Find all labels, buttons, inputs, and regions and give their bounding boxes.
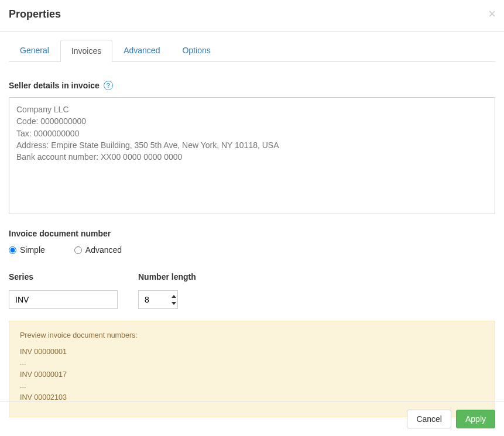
docnum-label: Invoice document number: [9, 229, 111, 238]
radio-simple-label: Simple: [20, 245, 45, 255]
radio-advanced-label: Advanced: [85, 245, 122, 255]
seller-details-label-text: Seller details in invoice: [9, 81, 100, 90]
numlen-input-wrap: [138, 290, 178, 309]
radio-advanced[interactable]: [74, 246, 82, 254]
series-input[interactable]: [9, 290, 118, 309]
seller-details-section: Seller details in invoice ?: [9, 62, 495, 216]
modal-footer: Cancel Apply: [0, 401, 504, 436]
modal-title: Properties: [9, 8, 495, 20]
tab-invoices[interactable]: Invoices: [60, 40, 112, 62]
close-icon[interactable]: ×: [488, 8, 496, 20]
tab-general[interactable]: General: [9, 39, 60, 61]
spinner-up-icon[interactable]: [170, 293, 177, 299]
numlen-col: Number length: [138, 272, 196, 309]
modal-body: General Invoices Advanced Options Seller…: [0, 32, 504, 417]
apply-button[interactable]: Apply: [456, 410, 495, 428]
series-col: Series: [9, 272, 118, 309]
docnum-mode-simple[interactable]: Simple: [9, 245, 45, 255]
radio-simple[interactable]: [9, 246, 16, 254]
preview-sep-2: ...: [20, 381, 484, 392]
preview-sep-1: ...: [20, 358, 484, 369]
modal-header: Properties ×: [0, 0, 504, 31]
spinner-down-icon[interactable]: [170, 300, 177, 306]
preview-line-1: INV 00000001: [20, 347, 484, 358]
seller-details-textarea[interactable]: [9, 97, 495, 214]
preview-line-2: INV 00000017: [20, 370, 484, 380]
tabs: General Invoices Advanced Options: [9, 39, 495, 62]
help-icon[interactable]: ?: [104, 81, 113, 90]
tabs-container: General Invoices Advanced Options: [9, 32, 495, 62]
series-label: Series: [9, 272, 118, 281]
docnum-mode-advanced[interactable]: Advanced: [74, 245, 122, 255]
preview-title-text: Preview invoice document numbers: [20, 331, 135, 339]
seller-details-label: Seller details in invoice ?: [9, 81, 113, 90]
docnum-mode-group: Simple Advanced: [9, 245, 495, 255]
numlen-label: Number length: [138, 272, 196, 281]
cancel-button[interactable]: Cancel: [407, 410, 451, 428]
tab-options[interactable]: Options: [171, 39, 221, 61]
tab-advanced[interactable]: Advanced: [112, 39, 171, 61]
preview-title: Preview invoice document numbers:: [20, 331, 484, 341]
series-numlen-row: Series Number length: [9, 272, 495, 309]
docnum-section: Invoice document number Simple Advanced …: [9, 216, 495, 417]
